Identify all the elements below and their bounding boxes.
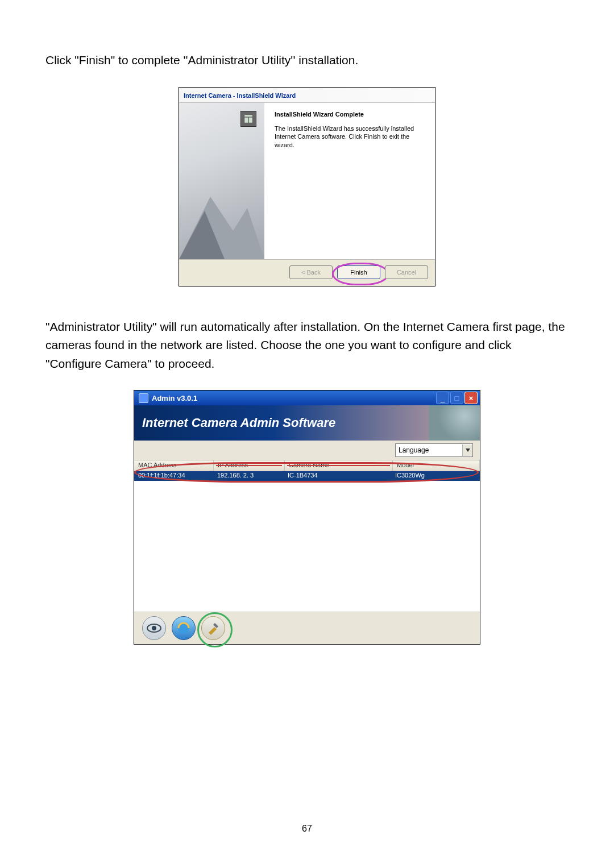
configure-camera-button[interactable] xyxy=(201,616,225,640)
banner-camera-image xyxy=(429,405,480,441)
maximize-button[interactable]: □ xyxy=(450,392,463,404)
wizard-body-text: The InstallShield Wizard has successfull… xyxy=(275,124,425,150)
cancel-button: Cancel xyxy=(385,265,428,279)
col-model-label: Model xyxy=(397,462,414,468)
cancel-button-label: Cancel xyxy=(397,269,416,276)
annotation-strike xyxy=(287,465,390,466)
language-select[interactable]: Language xyxy=(395,443,473,457)
table-row[interactable]: 00:1f:1f:1b:47:34 192.168. 2. 3 IC-1B473… xyxy=(134,471,480,481)
cell-name: IC-1B4734 xyxy=(284,471,391,481)
col-model[interactable]: Model xyxy=(393,460,480,471)
svg-point-3 xyxy=(152,626,156,630)
admin-software-window: Admin v3.0.1 _ □ × Internet Camera Admin… xyxy=(134,390,480,645)
minimize-button[interactable]: _ xyxy=(436,392,449,404)
mountain-graphic xyxy=(179,180,264,259)
instruction-paragraph-2: "Administrator Utility" will run automat… xyxy=(45,318,569,373)
tools-icon xyxy=(206,621,220,635)
wizard-side-graphic xyxy=(179,103,264,259)
table-empty-area xyxy=(134,481,480,612)
col-mac-label: MAC Address xyxy=(138,462,176,468)
annotation-strike xyxy=(216,465,282,466)
wizard-box-icon xyxy=(240,111,256,127)
camera-table: MAC Address IP Address Camera Name Model… xyxy=(134,460,480,612)
admin-banner: Internet Camera Admin Software xyxy=(134,405,480,441)
cell-mac: 00:1f:1f:1b:47:34 xyxy=(134,471,213,481)
admin-banner-title: Internet Camera Admin Software xyxy=(142,416,335,430)
view-camera-button[interactable] xyxy=(142,616,166,640)
admin-titlebar: Admin v3.0.1 _ □ × xyxy=(134,391,480,405)
wizard-titlebar: Internet Camera - InstallShield Wizard xyxy=(179,88,435,103)
internet-explorer-icon xyxy=(176,621,191,636)
eye-icon xyxy=(147,624,161,633)
admin-toolbar-strip: Language xyxy=(134,441,480,460)
close-button[interactable]: × xyxy=(464,392,478,404)
language-select-label: Language xyxy=(399,446,429,454)
admin-app-icon xyxy=(139,393,148,403)
installshield-wizard-window: Internet Camera - InstallShield Wizard I… xyxy=(179,87,435,286)
dropdown-arrow-icon xyxy=(462,445,472,456)
cell-ip: 192.168. 2. 3 xyxy=(213,471,284,481)
finish-button-label: Finish xyxy=(350,269,367,276)
admin-bottom-bar xyxy=(134,612,480,644)
admin-title: Admin v3.0.1 xyxy=(152,394,197,402)
page-number: 67 xyxy=(0,824,614,834)
col-ip-address[interactable]: IP Address xyxy=(214,460,285,471)
col-mac-address[interactable]: MAC Address xyxy=(134,460,214,471)
browser-button[interactable] xyxy=(172,616,196,640)
cell-model: IC3020Wg xyxy=(391,471,480,481)
instruction-paragraph-1: Click "Finish" to complete ''Administrat… xyxy=(45,51,569,70)
back-button-label: < Back xyxy=(301,269,321,276)
finish-button[interactable]: Finish xyxy=(337,265,380,279)
back-button: < Back xyxy=(289,265,333,279)
wizard-heading: InstallShield Wizard Complete xyxy=(275,111,425,118)
wizard-button-bar: < Back Finish Cancel xyxy=(179,259,435,286)
col-camera-name[interactable]: Camera Name xyxy=(285,460,393,471)
wizard-title: Internet Camera - InstallShield Wizard xyxy=(184,92,296,99)
